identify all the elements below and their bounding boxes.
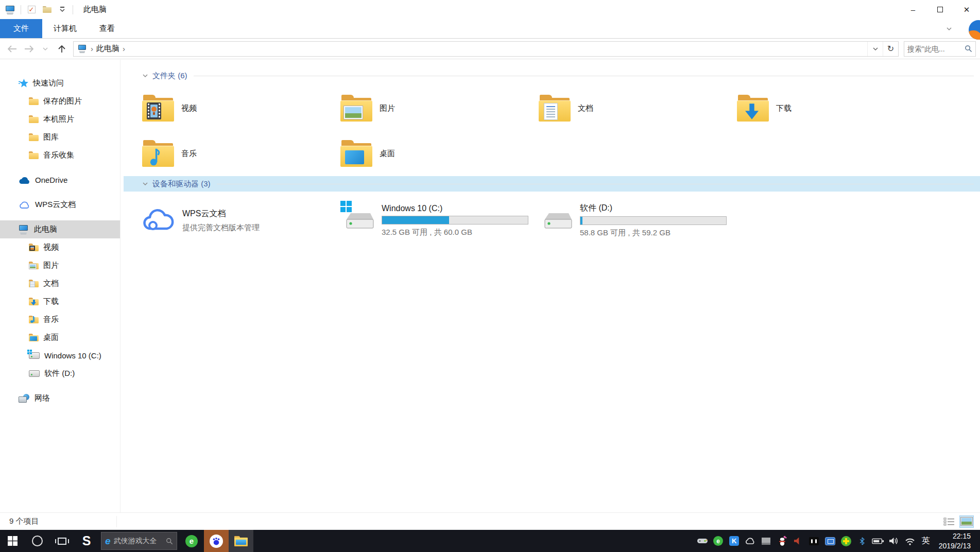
task-view-button[interactable] [49, 530, 74, 552]
search-box[interactable] [904, 41, 976, 57]
baidu-button[interactable] [204, 530, 229, 552]
downloads-folder-icon [737, 95, 769, 122]
folder-tile-downloads[interactable]: 下载 [737, 85, 935, 131]
browser-360-button[interactable]: e [179, 530, 204, 552]
folder-icon [29, 151, 39, 159]
desktop-folder-icon [340, 140, 372, 167]
sidebar-item-label: 音乐收集 [43, 150, 74, 160]
group-header-folders[interactable]: 文件夹 (6) [142, 68, 974, 83]
folder-tile-pictures[interactable]: 图片 [340, 85, 539, 131]
sidebar-item-drive-c[interactable]: Windows 10 (C:) [0, 347, 120, 365]
screen: ✓ 此电脑 – ✕ 文件 计算机 查看 [0, 0, 980, 552]
forward-button[interactable] [21, 41, 37, 57]
chevron-down-icon [142, 74, 148, 78]
back-button[interactable] [4, 41, 21, 57]
hard-drive-icon [543, 209, 573, 232]
battery-tray-icon[interactable] [872, 534, 884, 548]
sidebar-item-label: 软件 (D:) [44, 369, 75, 378]
display-tray-icon[interactable] [760, 534, 772, 548]
folder-tile-videos[interactable]: 视频 [142, 85, 340, 131]
start-button[interactable] [0, 530, 25, 552]
address-bar[interactable]: › 此电脑 › ↻ [73, 41, 899, 57]
restore-button[interactable] [926, 0, 953, 19]
cloud-tray-icon[interactable] [744, 534, 757, 548]
titlebar: ✓ 此电脑 – ✕ [0, 0, 980, 19]
device-tile-wps-cloud[interactable]: WPS云文档 提供完善文档版本管理 [142, 196, 340, 245]
details-view-button[interactable] [942, 515, 956, 528]
divider [194, 76, 974, 76]
sidebar-item-music[interactable]: 音乐 [0, 310, 120, 329]
taskbar-search-text: 武侠游戏大全 [114, 537, 163, 546]
sogou-button[interactable]: S [74, 530, 99, 552]
sidebar-item-network[interactable]: 网络 [0, 389, 120, 407]
browser-360-tray-icon[interactable]: e [712, 534, 725, 548]
taskbar-search-box[interactable]: e 武侠游戏大全 [101, 532, 177, 550]
qq-tray-icon[interactable] [776, 534, 788, 548]
recent-locations-button[interactable] [37, 41, 54, 57]
sidebar-item-wps-cloud[interactable]: WPS云文档 [0, 196, 120, 214]
tab-file[interactable]: 文件 [0, 19, 42, 38]
ribbon-expand-icon[interactable] [946, 27, 952, 31]
close-button[interactable]: ✕ [953, 0, 980, 19]
qat-new-folder-button[interactable] [42, 5, 52, 15]
sidebar-item-library[interactable]: 图库 [0, 128, 120, 146]
sidebar-item-label: 视频 [43, 243, 59, 252]
ime-indicator[interactable]: 英 [920, 534, 932, 548]
sidebar-item-onedrive[interactable]: OneDrive [0, 171, 120, 189]
sidebar-item-camera-roll[interactable]: 本机照片 [0, 110, 120, 128]
sidebar-item-downloads[interactable]: 下载 [0, 292, 120, 310]
minimize-button[interactable]: – [900, 0, 926, 19]
group-header-devices[interactable]: 设备和驱动器 (3) [124, 176, 980, 192]
tab-computer[interactable]: 计算机 [42, 19, 88, 38]
floating-ball-icon[interactable] [969, 20, 980, 40]
file-explorer-button[interactable] [229, 530, 253, 552]
kugou-tray-icon[interactable]: K [728, 534, 741, 548]
up-button[interactable] [54, 41, 70, 57]
media-tray-icon[interactable] [808, 534, 820, 548]
search-input[interactable] [907, 45, 962, 53]
breadcrumb-item-this-pc[interactable]: 此电脑 [96, 44, 119, 54]
bluetooth-tray-icon[interactable] [856, 534, 868, 548]
sidebar-item-music-collection[interactable]: 音乐收集 [0, 146, 120, 164]
sidebar-item-desktop[interactable]: 桌面 [0, 329, 120, 347]
thumbnail-view-button[interactable] [959, 515, 974, 528]
tab-view[interactable]: 查看 [88, 19, 126, 38]
arrow-right-icon [24, 45, 34, 53]
intel-graphics-tray-icon[interactable] [824, 534, 836, 548]
address-dropdown-button[interactable] [867, 42, 883, 56]
folder-tile-music[interactable]: 音乐 [142, 131, 340, 176]
sidebar-item-this-pc[interactable]: 此电脑 [0, 220, 120, 238]
device-tile-drive-c[interactable]: Windows 10 (C:) 32.5 GB 可用 , 共 60.0 GB [340, 196, 539, 245]
sidebar-item-saved-pictures[interactable]: 保存的图片 [0, 92, 120, 110]
device-tile-drive-d[interactable]: 软件 (D:) 58.8 GB 可用 , 共 59.2 GB [539, 196, 737, 245]
folder-tile-documents[interactable]: 文档 [539, 85, 737, 131]
sidebar-item-drive-d[interactable]: 软件 (D:) [0, 365, 120, 383]
star-icon [19, 78, 28, 88]
volume-tray-icon[interactable] [888, 534, 900, 548]
breadcrumb-separator[interactable]: › [123, 44, 125, 53]
this-pc-icon [78, 45, 88, 53]
360-safe-tray-icon[interactable] [840, 534, 852, 548]
taskbar-clock[interactable]: 22:15 2019/2/13 [936, 531, 976, 551]
checkmark-icon: ✓ [28, 6, 36, 13]
monitor-icon [345, 150, 364, 164]
search-icon [965, 45, 972, 53]
muted-speaker-tray-icon[interactable] [792, 534, 804, 548]
task-view-icon [58, 538, 66, 545]
sidebar-item-quick-access[interactable]: 快速访问 [0, 74, 120, 92]
download-arrow-icon [744, 103, 760, 120]
refresh-button[interactable]: ↻ [883, 42, 898, 56]
sidebar-item-pictures[interactable]: 图片 [0, 256, 120, 274]
qat-customize-button[interactable] [57, 5, 67, 15]
cortana-button[interactable] [25, 530, 49, 552]
network-signal-tray-icon[interactable] [904, 534, 916, 548]
sidebar-item-label: 桌面 [43, 333, 59, 342]
gamepad-tray-icon[interactable] [696, 534, 709, 548]
sidebar-item-videos[interactable]: 视频 [0, 238, 120, 256]
qat-properties-button[interactable]: ✓ [26, 5, 37, 15]
navigation-bar: › 此电脑 › ↻ [0, 39, 980, 59]
divider [116, 516, 117, 527]
folder-tile-desktop[interactable]: 桌面 [340, 131, 539, 176]
sidebar-item-documents[interactable]: 文档 [0, 274, 120, 292]
downloads-folder-icon [29, 298, 39, 305]
